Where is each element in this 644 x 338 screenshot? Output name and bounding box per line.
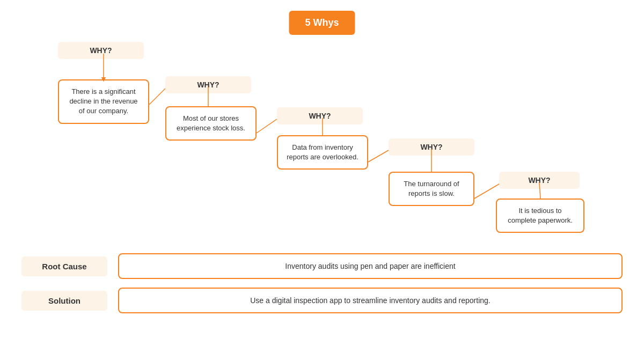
solution-text: Use a digital inspection app to streamli… bbox=[118, 288, 623, 313]
svg-line-1 bbox=[149, 89, 165, 105]
content-box-1: There is a significant decline in the re… bbox=[58, 79, 149, 124]
page: 5 Whys WHY? WHY? WHY? WHY? WHY? There is… bbox=[0, 0, 644, 338]
content-box-3: Data from inventory reports are overlook… bbox=[277, 135, 368, 170]
root-cause-row: Root Cause Inventory audits using pen an… bbox=[21, 253, 623, 279]
why-label-1: WHY? bbox=[58, 42, 144, 59]
solution-row: Solution Use a digital inspection app to… bbox=[21, 288, 623, 313]
svg-line-5 bbox=[368, 150, 389, 162]
bottom-section: Root Cause Inventory audits using pen an… bbox=[21, 253, 623, 322]
content-box-5: It is tedious to complete paperwork. bbox=[496, 199, 584, 233]
content-box-2: Most of our stores experience stock loss… bbox=[165, 106, 257, 141]
svg-line-7 bbox=[474, 184, 499, 199]
why-label-3: WHY? bbox=[277, 107, 363, 124]
solution-label: Solution bbox=[21, 291, 107, 311]
content-box-4: The turnaround of reports is slow. bbox=[389, 172, 474, 206]
root-cause-label: Root Cause bbox=[21, 256, 107, 276]
why-label-2: WHY? bbox=[165, 76, 251, 93]
root-cause-text: Inventory audits using pen and paper are… bbox=[118, 253, 623, 279]
why-label-4: WHY? bbox=[389, 138, 474, 156]
why-label-5: WHY? bbox=[499, 172, 580, 189]
title-badge: 5 Whys bbox=[289, 11, 355, 35]
svg-line-3 bbox=[257, 119, 277, 133]
